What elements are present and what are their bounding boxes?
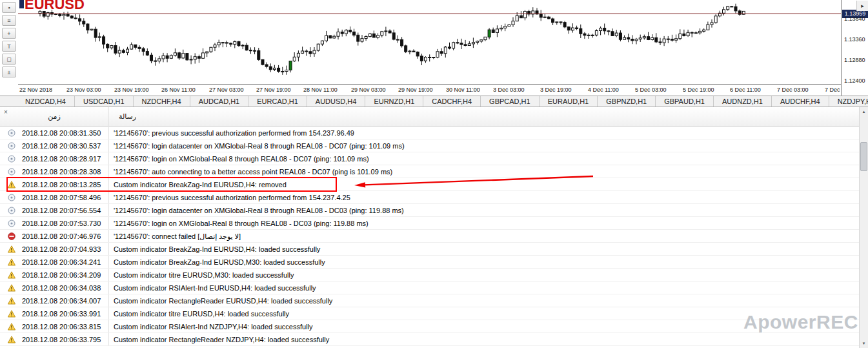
journal-row[interactable]: 2018.12.08 20:07:58.496'12145670': previ…: [0, 191, 859, 204]
chart-tab-nzdjpy-h4[interactable]: NZDJPY,H4: [829, 96, 868, 107]
time-tick-label: 26 Nov 11:00: [161, 87, 196, 93]
info-icon: [8, 129, 15, 137]
chart-tab-nzdcad-h4[interactable]: NZDCAD,H4: [17, 96, 75, 107]
candlestick-chart: [18, 0, 841, 84]
journal-row[interactable]: 2018.12.08 20:06:34.209Custom indicator …: [0, 269, 859, 281]
journal-row[interactable]: 2018.12.08 20:06:33.795Custom indicator …: [0, 333, 859, 346]
scroll-right-icon: ▸: [861, 3, 864, 9]
info-icon: [8, 207, 15, 214]
toolbar-shapes-button[interactable]: ◻: [2, 54, 16, 65]
warning-icon: [8, 284, 15, 292]
journal-row[interactable]: 2018.12.08 20:06:34.038Custom indicator …: [0, 281, 859, 294]
info-icon: [8, 168, 15, 176]
info-icon: [8, 142, 15, 150]
chart-tab-euraud-h1[interactable]: EURAUD,H1: [540, 96, 598, 107]
chart-corner-block: [19, 0, 24, 8]
time-tick-label: 7 Dec 19:00: [825, 87, 841, 93]
journal-row[interactable]: 2018.12.08 20:07:56.554'12145670': login…: [0, 204, 859, 217]
warning-icon: [8, 258, 15, 266]
warning-icon: [8, 297, 15, 305]
chart-tab-gbpcad-h1[interactable]: GBPCAD,H1: [481, 96, 540, 107]
chart-symbol-watermark: EURUSD: [25, 0, 85, 13]
journal-row[interactable]: 2018.12.08 20:07:46.976'12145670': conne…: [0, 230, 859, 243]
journal-row[interactable]: 2018.12.08 20:07:53.730'12145670': login…: [0, 217, 859, 230]
time-tick-label: 23 Nov 19:00: [114, 87, 149, 93]
time-tick-label: 30 Nov 11:00: [446, 87, 480, 93]
chart-tab-gbpnzd-h1[interactable]: GBPNZD,H1: [598, 96, 656, 107]
log-message: Custom indicator RSIAlert-Ind NZDJPY,H4:…: [114, 323, 313, 331]
journal-scrollbar[interactable]: ▲ ▼: [859, 107, 868, 348]
log-message: '12145670': connect failed [لا يوجد إتصا…: [114, 232, 241, 241]
warning-icon: [8, 323, 15, 331]
time-tick-label: 3 Dec 03:00: [493, 87, 525, 93]
journal-row[interactable]: 2018.12.08 20:08:28.917'12145670': login…: [0, 152, 859, 165]
chart-plot[interactable]: EURUSD: [18, 0, 841, 84]
scrollbar-up-icon[interactable]: ▲: [860, 107, 868, 116]
log-message: Custom indicator BreakZag-Ind EURUSD,H4:…: [114, 245, 320, 253]
time-axis[interactable]: 22 Nov 201823 Nov 03:0023 Nov 19:0026 No…: [18, 84, 841, 96]
log-message: Custom indicator BreakZag-Ind EURUSD,H4:…: [114, 181, 287, 189]
log-time: 2018.12.08 20:08:13.285: [22, 181, 101, 189]
log-message: '12145670': previous successful authoriz…: [114, 194, 350, 201]
log-message: '12145670': login datacenter on XMGlobal…: [114, 142, 405, 150]
journal-panel: × زمن رسالة 2018.12.08 20:08:31.350'1214…: [0, 107, 859, 348]
log-time: 2018.12.08 20:06:33.795: [22, 336, 101, 343]
journal-row[interactable]: 2018.12.08 20:08:28.308'12145670': auto …: [0, 165, 859, 178]
chart-tab-audchf-h4[interactable]: AUDCHF,H4: [772, 96, 829, 107]
log-message: Custom indicator RSIAlert-Ind EURUSD,H4:…: [114, 284, 316, 292]
journal-row[interactable]: 2018.12.08 20:06:34.007Custom indicator …: [0, 294, 859, 307]
chart-tab-nzdchf-h4[interactable]: NZDCHF,H4: [134, 96, 190, 107]
time-tick-label: 4 Dec 11:00: [588, 87, 619, 93]
time-tick-label: 29 Nov 19:00: [398, 87, 433, 93]
journal-row[interactable]: 2018.12.08 20:06:33.991Custom indicator …: [0, 307, 859, 320]
journal-row[interactable]: 2018.12.08 20:08:31.350'12145670': previ…: [0, 127, 859, 139]
chart-tab-cadchf-h4[interactable]: CADCHF,H4: [423, 96, 481, 107]
journal-row[interactable]: 2018.12.08 20:08:30.537'12145670': login…: [0, 139, 859, 152]
chart-tab-eurcad-h1[interactable]: EURCAD,H1: [248, 96, 307, 107]
log-time: 2018.12.08 20:06:34.209: [22, 271, 101, 279]
log-time: 2018.12.08 20:07:53.730: [22, 220, 101, 227]
toolbar-grip-button[interactable]: ▪: [2, 2, 16, 13]
scrollbar-thumb[interactable]: [860, 142, 867, 171]
log-time: 2018.12.08 20:08:30.537: [22, 142, 101, 150]
chart-tab-gbpaud-h1[interactable]: GBPAUD,H1: [656, 96, 714, 107]
price-tick-label: 1.13840: [844, 15, 865, 22]
toolbar-crosshair-button[interactable]: +: [2, 28, 16, 39]
info-icon: [8, 194, 15, 201]
time-tick-label: 29 Nov 03:00: [351, 87, 386, 93]
chart-tab-audnzd-h1[interactable]: AUDNZD,H1: [714, 96, 772, 107]
log-message: Custom indicator RectangleReader EURUSD,…: [114, 297, 332, 305]
toolbar-zoom-button[interactable]: ±: [2, 67, 16, 77]
journal-column-message[interactable]: رسالة: [119, 112, 136, 121]
price-tick-label: 1.12400: [844, 77, 865, 84]
log-time: 2018.12.08 20:07:46.976: [22, 232, 101, 240]
journal-row[interactable]: 2018.12.08 20:08:13.285Custom indicator …: [0, 178, 859, 191]
warning-icon: [8, 310, 15, 318]
price-axis[interactable]: 1.13959 1.138401.133601.128801.12400: [841, 0, 868, 96]
log-time: 2018.12.08 20:08:31.350: [22, 129, 101, 137]
log-message: '12145670': login on XMGlobal-Real 8 thr…: [114, 220, 368, 227]
time-tick-label: 27 Nov 03:00: [209, 87, 244, 93]
chart-tab-audcad-h1[interactable]: AUDCAD,H1: [190, 96, 249, 107]
log-message: '12145670': login datacenter on XMGlobal…: [114, 207, 404, 214]
log-message: '12145670': login on XMGlobal-Real 8 thr…: [114, 155, 369, 163]
tab-scroll-right-button[interactable]: ▸: [856, 1, 868, 11]
left-toolbar: ▪≡+T◻±: [0, 0, 18, 96]
chart-tab-usdcad-h1[interactable]: USDCAD,H1: [75, 96, 134, 107]
journal-row[interactable]: 2018.12.08 20:06:34.241Custom indicator …: [0, 256, 859, 269]
toolbar-cursor-button[interactable]: ≡: [2, 15, 16, 26]
warning-icon: [8, 271, 15, 279]
journal-row[interactable]: 2018.12.08 20:06:33.815Custom indicator …: [0, 320, 859, 333]
journal-column-time[interactable]: زمن: [0, 112, 108, 121]
chart-tab-bar: NZDCAD,H4USDCAD,H1NZDCHF,H4AUDCAD,H1EURC…: [0, 96, 868, 107]
toolbar-text-button[interactable]: T: [2, 41, 16, 52]
chart-tab-eurnzd-h1[interactable]: EURNZD,H1: [365, 96, 423, 107]
recorder-watermark: ApowerREC: [743, 311, 858, 333]
log-message: Custom indicator BreakZag-Ind EURUSD,M30…: [114, 258, 325, 266]
scrollbar-down-icon[interactable]: ▼: [860, 339, 868, 348]
journal-row[interactable]: 2018.12.08 20:07:04.933Custom indicator …: [0, 243, 859, 256]
journal-header: × زمن رسالة: [0, 107, 859, 127]
log-message: Custom indicator RectangleReader NZDJPY,…: [114, 336, 329, 343]
chart-tab-audusd-h4[interactable]: AUDUSD,H4: [307, 96, 366, 107]
time-tick-label: 27 Nov 19:00: [256, 87, 291, 93]
